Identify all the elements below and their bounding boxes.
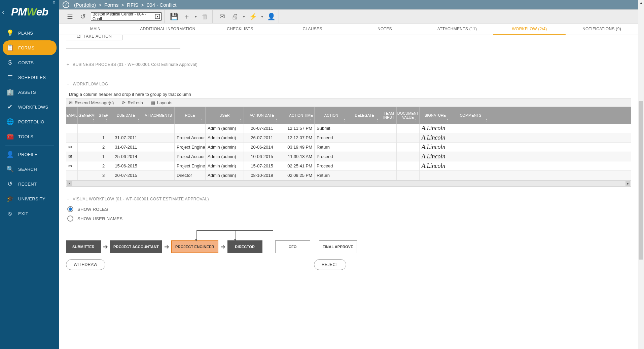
col-due[interactable]: DUE DATE⋮ (110, 107, 142, 124)
tab-workflow[interactable]: WORKFLOW (2/4) (493, 24, 566, 35)
person-icon[interactable]: 👤 (266, 12, 276, 21)
bolt-icon[interactable]: ⚡ (248, 12, 258, 21)
col-doc-value[interactable]: DOCUMENT VALUE⋮ (397, 107, 420, 124)
print-icon[interactable]: 🖨 (230, 12, 240, 21)
add-icon[interactable]: ＋ (182, 12, 191, 21)
col-delegate[interactable]: DELEGATE⋮ (348, 107, 381, 124)
take-action-button[interactable]: 🖫 TAKE ACTION (66, 35, 122, 40)
col-action-date[interactable]: ACTION DATE⋮ (244, 107, 280, 124)
info-icon[interactable]: i (63, 1, 69, 8)
cell-team-input (381, 143, 397, 152)
cell-attachments (142, 124, 175, 133)
table-row[interactable]: 131-07-2011Project AccountantAdmin (admi… (66, 133, 631, 143)
layouts-button[interactable]: ▦Layouts (151, 100, 173, 105)
nav-forms[interactable]: 📋FORMS (3, 40, 57, 55)
table-row[interactable]: ✉125-06-2014Project AccountantAdmin (adm… (66, 152, 631, 161)
table-row[interactable]: ✉215-06-2015Project EngineerAdmin (admin… (66, 161, 631, 171)
mail-icon[interactable]: ✉ (217, 12, 227, 21)
table-row[interactable]: ✉231-07-2011Project EngineerAdmin (admin… (66, 143, 631, 152)
cell-team-input (381, 152, 397, 161)
nav-plans[interactable]: 💡PLANS (3, 26, 57, 40)
tab-main[interactable]: MAIN (59, 24, 132, 35)
nav-workflows[interactable]: ✔WORKFLOWS (3, 100, 57, 114)
project-select[interactable]: Boston Medical Center - 004 - Confl ▾ (91, 12, 162, 21)
scroll-thumb[interactable] (639, 101, 643, 260)
cell-user: Admin (admin) (206, 133, 244, 142)
history-icon[interactable]: ↺ (78, 12, 87, 21)
scroll-right-icon[interactable]: ▸ (625, 181, 630, 186)
cell-action-date: 26-07-2011 (244, 124, 280, 133)
crumb-portfolio[interactable]: (Portfolio) (74, 2, 96, 8)
col-generated[interactable]: GENERAT⋮ (78, 107, 97, 124)
table-row[interactable]: 320-07-2015DirectorAdmin (admin)08-10-20… (66, 171, 631, 180)
table-row[interactable]: Admin (admin)26-07-201112:11:57 PMSubmit… (66, 124, 631, 133)
cell-team-input (381, 171, 397, 180)
scroll-up-icon[interactable]: ▴ (638, 0, 644, 5)
col-team-input[interactable]: TEAM INPUT⋮ (381, 107, 397, 124)
nav-profile[interactable]: 👤PROFILE (3, 147, 57, 162)
tab-attachments[interactable]: ATTACHMENTS (11) (421, 24, 493, 35)
show-users-option[interactable]: SHOW USER NAMES (67, 216, 631, 222)
cell-role: Project Engineer (175, 161, 206, 170)
flow-final-approve[interactable]: FINAL APPROVE (319, 240, 357, 253)
cell-role: Project Engineer (175, 143, 206, 152)
exit-icon: ⎋ (7, 210, 13, 217)
list-icon[interactable]: ☰ (65, 12, 75, 21)
arrow-icon: ➔ (164, 243, 169, 250)
flow-project-accountant[interactable]: PROJECT ACCOUNTANT (110, 240, 162, 253)
scroll-left-icon[interactable]: ◂ (67, 181, 72, 186)
reject-button[interactable]: REJECT (314, 259, 346, 270)
flow-director[interactable]: DIRECTOR (227, 240, 262, 253)
crumb-forms[interactable]: Forms (104, 2, 119, 8)
cell-email: ✉ (66, 143, 78, 152)
nav-costs[interactable]: $COSTS (3, 55, 57, 70)
briefcase-icon: 🧰 (7, 133, 13, 140)
collapse-icon[interactable]: － (66, 197, 70, 201)
nav-exit[interactable]: ⎋EXIT (3, 206, 57, 221)
grid-body: Admin (admin)26-07-201112:11:57 PMSubmit… (66, 124, 631, 180)
show-roles-option[interactable]: SHOW ROLES (67, 206, 631, 212)
page-scrollbar[interactable]: ▴ (638, 0, 644, 349)
col-signature[interactable]: SIGNATURE⋮ (420, 107, 451, 124)
cell-doc-value (397, 152, 420, 161)
nav-tools[interactable]: 🧰TOOLS (3, 129, 57, 144)
nav-portfolio[interactable]: 🌐PORTFOLIO (3, 114, 57, 129)
history-icon: ↺ (7, 181, 13, 187)
tab-checklists[interactable]: CHECKLISTS (204, 24, 276, 35)
col-user[interactable]: USER⋮ (206, 107, 244, 124)
col-action[interactable]: ACTION⋮ (315, 107, 348, 124)
group-drop-zone[interactable]: Drag a column header and drop it here to… (66, 90, 631, 99)
flow-project-engineer[interactable]: PROJECT ENGINEER (171, 240, 218, 253)
col-step[interactable]: STEP⋮ (97, 107, 110, 124)
bars-icon: ☰ (7, 74, 13, 81)
section-visual-label: VISUAL WORKFLOW (01 - WF-C00001 COST EST… (73, 197, 209, 201)
tab-clauses[interactable]: CLAUSES (276, 24, 349, 35)
withdraw-button[interactable]: WITHDRAW (66, 259, 105, 270)
nav-recent[interactable]: ↺RECENT (3, 177, 57, 191)
cell-user: Admin (admin) (206, 124, 244, 133)
cell-attachments (142, 143, 175, 152)
crumb-rfis[interactable]: RFIS (127, 2, 138, 8)
expand-icon[interactable]: ＋ (66, 63, 70, 67)
col-comments[interactable]: COMMENTS⋮ (451, 107, 490, 124)
tab-notes[interactable]: NOTES (349, 24, 421, 35)
col-email[interactable]: EMAIL⋮ (66, 107, 78, 124)
arrow-icon: ➔ (103, 243, 108, 250)
tab-notifications[interactable]: NOTIFICATIONS (9) (566, 24, 638, 35)
flow-submitter[interactable]: SUBMITTER (66, 240, 101, 253)
flow-cfo[interactable]: CFO (275, 240, 310, 253)
col-action-time[interactable]: ACTION TIME⋮ (280, 107, 315, 124)
avatar-icon: 👤 (7, 151, 13, 158)
refresh-button[interactable]: ⟳Refresh (122, 100, 143, 105)
grid-h-scrollbar[interactable]: ◂ ▸ (66, 180, 631, 186)
tab-additional[interactable]: ADDITIONAL INFORMATION (132, 24, 204, 35)
collapse-icon[interactable]: － (66, 82, 70, 86)
nav-search[interactable]: 🔍SEARCH (3, 162, 57, 177)
nav-university[interactable]: 🎓UNIVERSITY (3, 191, 57, 206)
col-attachments[interactable]: ATTACHMENTS⋮ (142, 107, 175, 124)
cell-action-time: 11:39:13 AM (280, 152, 315, 161)
nav-schedules[interactable]: ☰SCHEDULES (3, 70, 57, 85)
resend-button[interactable]: ✉Resend Message(s) (69, 100, 114, 105)
nav-assets[interactable]: 🏢ASSETS (3, 85, 57, 100)
col-role[interactable]: ROLE⋮ (175, 107, 206, 124)
